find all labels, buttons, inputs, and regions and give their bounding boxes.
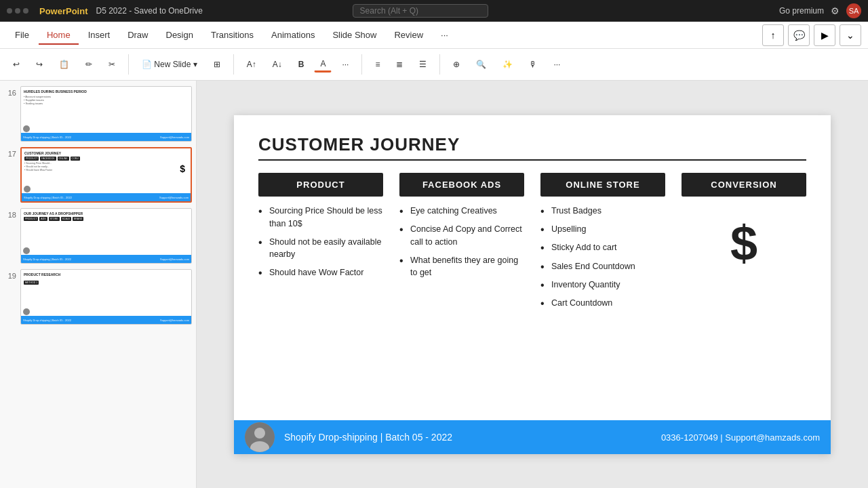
sep-1 (128, 54, 129, 75)
font-size-up-btn[interactable]: A↑ (241, 57, 262, 72)
slide-17-content: • Sourcing Price Should...• Should not b… (24, 162, 188, 172)
bullet-fb-dot-1: • (399, 205, 406, 218)
redo-btn[interactable]: ↪ (30, 57, 49, 72)
slide-thumb-17[interactable]: 17 CUSTOMER JOURNEY PRODUCT FACEBOOK ONL… (4, 147, 192, 203)
col-product: PRODUCT • Sourcing Price Should be less … (258, 173, 383, 409)
slide-thumb-16[interactable]: 16 HURDLES DURING BUSINESS PERIOD • Acco… (4, 86, 192, 142)
dot-1 (7, 8, 12, 14)
bullet-dot-1: • (258, 205, 265, 218)
bullet-os-1: • Trust Badges (540, 205, 665, 218)
slide-17-box-2: FACEBOOK (40, 157, 56, 161)
col-online-store: ONLINE STORE • Trust Badges • Upselling (540, 173, 665, 409)
slide-17-bar: Shopify Drop-shipping | Batch 05 - 2022 … (22, 193, 191, 201)
slide-16-avatar (23, 125, 30, 132)
tab-slideshow[interactable]: Slide Show (324, 26, 384, 44)
slide-18-bar-text: Shopify Drop-shipping | Batch 05 - 2022 (23, 258, 71, 261)
slide-columns: PRODUCT • Sourcing Price Should be less … (258, 173, 806, 409)
sep-4 (439, 54, 440, 75)
format-painter-btn[interactable]: ✏ (79, 57, 98, 72)
slide-preview-17[interactable]: CUSTOMER JOURNEY PRODUCT FACEBOOK ONLINE… (20, 147, 192, 203)
title-bar-right: Go premium ⚙ SA (779, 3, 861, 18)
bullet-product-1: • Sourcing Price Should be less than 10$ (258, 205, 383, 230)
settings-icon[interactable]: ⚙ (831, 5, 840, 16)
slide-18-box-2: ADS (39, 217, 47, 221)
col-bullets-product: • Sourcing Price Should be less than 10$… (258, 205, 383, 285)
slide-16-content: • Account suspensions• Supplier issues• … (24, 95, 189, 105)
cut-btn[interactable]: ✂ (102, 57, 121, 72)
tab-more[interactable]: ··· (433, 26, 456, 44)
col-header-conversion: CONVERSION (682, 173, 806, 197)
bold-btn[interactable]: B (292, 57, 311, 72)
slide-thumb-18[interactable]: 18 OUR JOURNEY AS A DROPSHIPPER PRODUCT … (4, 208, 192, 264)
slide-18-box-1: PRODUCT (24, 217, 38, 221)
slide-18-box-3: STORE (49, 217, 60, 221)
bullet-fb-text-1: Eye catching Creatives (410, 205, 497, 218)
tab-review[interactable]: Review (386, 26, 431, 44)
slide-19-title: PRODUCT RESEARCH (24, 272, 189, 277)
bullet-os-text-3: Sticky Add to cart (551, 241, 617, 254)
slide-18-bar-contact: Support@hamzads.com (160, 258, 189, 261)
account-icon[interactable]: SA (846, 3, 861, 18)
ribbon: File Home Insert Draw Design Transitions… (0, 22, 868, 81)
slide-18-boxes: PRODUCT ADS STORE SCALE BRAND (24, 217, 189, 221)
new-slide-btn[interactable]: 📄 New Slide ▾ (136, 57, 203, 72)
slide-preview-19[interactable]: PRODUCT RESEARCH METHOD 1 Shopify Drop-s… (20, 269, 192, 325)
share-btn[interactable]: ↑ (762, 24, 784, 46)
bullet-dot-3: • (258, 266, 265, 279)
tab-insert[interactable]: Insert (80, 26, 119, 44)
bullet-os-dot-6: • (540, 297, 547, 310)
tab-home[interactable]: Home (39, 26, 79, 44)
more-btn[interactable]: ⌄ (840, 24, 861, 46)
slide-18-box-5: BRAND (73, 217, 83, 221)
clipboard-btn[interactable]: 📋 (53, 57, 75, 72)
bullet-fb-1: • Eye catching Creatives (399, 205, 524, 218)
slide-16-bar: Shopify Drop-shipping | Batch 05 - 2022 … (21, 133, 191, 141)
replace-btn[interactable]: ✨ (496, 57, 519, 72)
bullet-text-1: Sourcing Price Should be less than 10$ (269, 205, 383, 230)
font-size-down-btn[interactable]: A↓ (267, 57, 288, 72)
slide-panel: 16 HURDLES DURING BUSINESS PERIOD • Acco… (0, 81, 197, 488)
go-premium-btn[interactable]: Go premium (779, 6, 824, 16)
tab-animations[interactable]: Animations (263, 26, 323, 44)
bullet-fb-text-3: What benefits they are going to get (410, 254, 524, 280)
footer-avatar (245, 422, 275, 452)
comments-btn[interactable]: 💬 (788, 24, 810, 46)
arrange-btn[interactable]: ⊕ (447, 57, 466, 72)
slide-19-box: METHOD 1 (24, 281, 39, 285)
layout-btn[interactable]: ⊞ (208, 57, 226, 72)
ribbon-tabs: File Home Insert Draw Design Transitions… (0, 22, 868, 49)
tab-draw[interactable]: Draw (119, 26, 156, 44)
numbering-btn[interactable]: ≣ (390, 57, 409, 72)
align-btn[interactable]: ☰ (413, 57, 433, 72)
search-input[interactable] (353, 4, 488, 18)
dot-3 (23, 8, 28, 14)
find-btn[interactable]: 🔍 (470, 57, 492, 72)
voice-btn[interactable]: 🎙 (523, 57, 543, 72)
bullet-fb-2: • Concise Ad Copy and Correct call to ac… (399, 223, 524, 249)
dollar-symbol: $ (682, 216, 806, 271)
dot-2 (15, 8, 20, 14)
more-tools-btn[interactable]: ··· (547, 57, 566, 72)
slide-preview-16[interactable]: HURDLES DURING BUSINESS PERIOD • Account… (20, 86, 192, 142)
more-font-btn[interactable]: ··· (336, 57, 355, 72)
slide-title: CUSTOMER JOURNEY (258, 134, 806, 161)
slide-17-avatar (24, 186, 31, 192)
bullet-product-2: • Should not be easily available nearby (258, 236, 383, 262)
slide-16-title: HURDLES DURING BUSINESS PERIOD (24, 89, 189, 94)
tab-file[interactable]: File (7, 26, 37, 44)
tab-design[interactable]: Design (158, 26, 201, 44)
bullets-btn[interactable]: ≡ (369, 57, 386, 72)
slide-thumb-19[interactable]: 19 PRODUCT RESEARCH METHOD 1 Shopify Dro… (4, 269, 192, 325)
font-color-btn[interactable]: A (314, 56, 332, 73)
bullet-os-4: • Sales End Countdown (540, 260, 665, 273)
slide-19-bar: Shopify Drop-shipping | Batch 05 - 2022 … (21, 316, 191, 324)
tab-transitions[interactable]: Transitions (203, 26, 262, 44)
bullet-os-2: • Upselling (540, 223, 665, 236)
bullet-fb-dot-3: • (399, 254, 406, 267)
slide-18-avatar (23, 247, 30, 254)
undo-btn[interactable]: ↩ (7, 57, 26, 72)
slide-19-avatar (23, 308, 30, 315)
bullet-os-text-1: Trust Badges (551, 205, 601, 218)
slide-preview-18[interactable]: OUR JOURNEY AS A DROPSHIPPER PRODUCT ADS… (20, 208, 192, 264)
present-btn[interactable]: ▶ (814, 24, 835, 46)
